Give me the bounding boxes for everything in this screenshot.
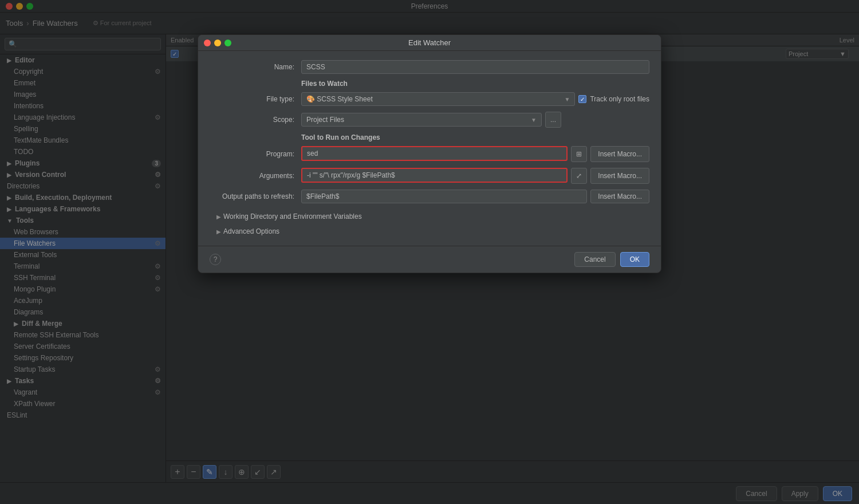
file-type-label: File type: [210,95,301,103]
program-input-group: ⊞ Insert Macro... [301,146,649,162]
scope-value: Project Files [306,116,344,124]
modal-traffic-lights [204,40,231,46]
file-type-row: File type: 🎨 SCSS Style Sheet ▼ ✓ Track … [210,92,649,106]
tool-section-title: Tool to Run on Changes [210,133,649,141]
insert-macro-1-button[interactable]: Insert Macro... [590,146,649,162]
file-type-select[interactable]: 🎨 SCSS Style Sheet ▼ [301,92,575,106]
modal-title: Edit Watcher [408,38,451,47]
scope-select-wrap: Project Files ▼ ... [301,112,649,128]
arguments-label: Arguments: [210,172,301,180]
output-paths-input[interactable] [301,190,587,203]
modal-cancel-button[interactable]: Cancel [574,252,615,267]
program-label: Program: [210,150,301,158]
modal-minimize-button[interactable] [214,40,221,46]
advanced-options-arrow: ▶ [216,229,221,235]
scope-label: Scope: [210,116,301,124]
modal-body: Name: Files to Watch File type: 🎨 SCSS S… [198,51,661,246]
name-input[interactable] [301,60,649,74]
advanced-options-row[interactable]: ▶ Advanced Options [210,224,649,237]
output-paths-field-wrap [301,190,587,203]
track-only-check[interactable]: ✓ [578,95,586,103]
edit-watcher-modal: Edit Watcher Name: Files to Watch File t… [198,34,661,273]
program-browse-button[interactable]: ⊞ [571,146,587,162]
modal-footer-buttons: Cancel OK [574,252,649,267]
arguments-row: Arguments: ⤢ Insert Macro... [210,168,649,184]
track-only-label: Track only root files [590,95,649,103]
name-label: Name: [210,63,301,71]
help-button[interactable]: ? [210,254,221,265]
working-dir-label: Working Directory and Environment Variab… [223,212,362,220]
track-only-checkbox[interactable]: ✓ Track only root files [578,95,649,103]
modal-ok-button[interactable]: OK [620,252,649,267]
program-row: Program: ⊞ Insert Macro... [210,146,649,162]
scope-browse-button[interactable]: ... [545,112,561,128]
modal-maximize-button[interactable] [224,40,231,46]
scope-select[interactable]: Project Files ▼ [301,113,542,127]
working-dir-arrow: ▶ [216,214,221,220]
scope-row: Scope: Project Files ▼ ... [210,112,649,128]
arguments-input[interactable] [301,168,568,183]
working-dir-row[interactable]: ▶ Working Directory and Environment Vari… [210,209,649,222]
modal-overlay: Edit Watcher Name: Files to Watch File t… [0,0,859,504]
program-field-wrap [301,146,568,162]
files-to-watch-title: Files to Watch [210,80,649,88]
file-type-select-wrap: 🎨 SCSS Style Sheet ▼ ✓ Track only root f… [301,92,649,106]
program-input[interactable] [301,146,568,161]
insert-macro-3-button[interactable]: Insert Macro... [590,190,649,203]
arguments-field-wrap [301,168,568,184]
insert-macro-2-button[interactable]: Insert Macro... [590,168,649,184]
file-type-dropdown-icon: ▼ [565,96,570,103]
modal-titlebar: Edit Watcher [198,35,661,51]
advanced-options-label: Advanced Options [223,227,279,235]
arguments-expand-button[interactable]: ⤢ [571,168,587,184]
modal-footer: ? Cancel OK [198,246,661,273]
name-row: Name: [210,60,649,74]
output-paths-row: Output paths to refresh: Insert Macro... [210,190,649,203]
modal-close-button[interactable] [204,40,211,46]
output-paths-input-group: Insert Macro... [301,190,649,203]
output-paths-label: Output paths to refresh: [210,192,301,200]
file-type-value: 🎨 SCSS Style Sheet [306,95,373,103]
arguments-input-group: ⤢ Insert Macro... [301,168,649,184]
scope-dropdown-icon: ▼ [531,117,537,123]
